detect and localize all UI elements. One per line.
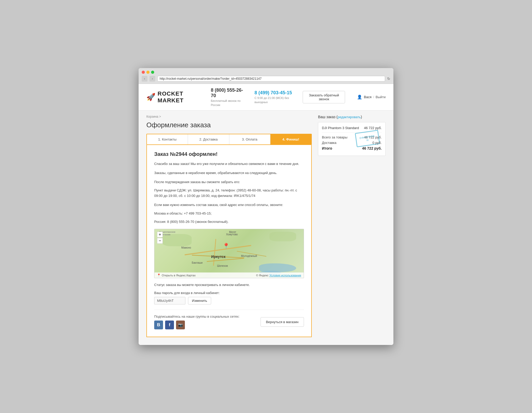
password-row: Изменить [154,297,304,304]
logout-link[interactable]: Выйти [376,95,386,99]
order-text-6: Москва и область: +7 499 703-45-15; [154,211,304,216]
map-label-homutovo: Хомутово [226,233,238,236]
minimize-dot[interactable] [146,71,150,74]
map-label-irkutsk: Иркутск [211,255,225,259]
back-to-shop-button[interactable]: Вернуться в магазин [261,317,304,327]
username: Вася [364,95,371,99]
order-text-block-4: Если вам нужно изменить состав заказа, с… [154,202,304,225]
total-goods-row: Всего за товары 46 722 руб. ОФОРМЛЕН [322,135,382,139]
phone-block-paid: 8 (499) 703-45-15 С 9:00 до 21:00 (МСК) … [255,90,295,104]
close-dot[interactable] [142,71,145,74]
forward-button[interactable]: › [150,76,155,82]
delivery-label: Доставка [322,141,336,145]
order-text-2: Заказы, сделанные в нерабочее время, обр… [154,170,304,176]
change-password-button[interactable]: Изменить [188,297,211,304]
password-field[interactable] [154,297,185,304]
step-2[interactable]: 2. Доставка [188,134,229,144]
separator: / [373,95,374,99]
order-confirmed-title: Заказ №2944 оформлен! [154,151,304,157]
map-label-molod: Молодёжный [241,255,257,257]
phone-number-free: 8 (800) 555-26-70 [211,88,244,98]
reload-button[interactable]: ↻ [387,77,390,81]
order-totals: Всего за товары 46 722 руб. ОФОРМЛЕН Дос… [322,135,382,150]
map-background: Иркутск Хомутово Мамоно Молодёжный Бакла… [154,229,304,278]
status-text: Статус заказа вы можете просматривать в … [154,282,304,288]
step-1[interactable]: 1. Контакты [147,134,188,144]
total-value: 46 722 руб. [362,146,382,150]
phone-number-paid: 8 (499) 703-45-15 [255,90,295,96]
order-text-block-2: Заказы, сделанные в нерабочее время, обр… [154,170,304,176]
delivery-value: 0 руб. [372,141,382,145]
password-label: Ваш пароль для входа в личный кабинет: [154,291,304,295]
back-button[interactable]: ‹ [142,76,147,82]
map-conditions-link[interactable]: Условия использования [269,274,301,277]
instagram-icon[interactable]: 📷 [176,321,185,329]
map-label-mamono: Мамоно [181,246,191,249]
step-4[interactable]: 4. Финиш! [270,134,311,144]
breadcrumb-link[interactable]: Корзина [146,115,158,118]
steps-bar: 1. Контакты 2. Доставка 3. Оплата 4. Фин… [146,134,312,145]
map-label-baklashi: Баклаши [192,261,203,264]
total-label: Итого [322,146,332,150]
map-yandex-credit: © Яндекс Условия использования [256,274,301,277]
breadcrumb: Корзина > [146,115,312,118]
map-open-link[interactable]: 📍 Открыть в Яндекс.Картах [157,274,196,277]
card-footer: Подписывайтесь на наши группы в социальн… [154,310,304,329]
map-pin-icon: 📍 [157,274,161,277]
order-card: Заказ №2944 оформлен! Спасибо за ваш зак… [146,145,312,337]
url-bar[interactable] [157,76,385,82]
social-block: Подписывайтесь на наши группы в социальн… [154,315,239,329]
order-text-1: Спасибо за ваш заказ! Мы его уже получил… [154,161,304,167]
order-text-5: Если вам нужно изменить состав заказа, с… [154,202,304,208]
map-label-meget: Мегет [229,231,236,234]
edit-order-link[interactable]: редактировать [338,115,361,119]
map-container[interactable]: Иркутск Хомутово Мамоно Молодёжный Бакла… [154,229,304,278]
order-text-7: Россия: 8 (800) 555-26-70 (звонок беспла… [154,219,304,225]
social-label: Подписывайтесь на наши группы в социальн… [154,315,239,318]
map-zoom-in[interactable]: + [157,232,163,237]
rocket-icon: 🚀 [146,93,155,101]
social-icons: В f 📷 [154,321,239,329]
phone-block-free: 8 (800) 555-26-70 Бесплатный звонок по Р… [211,88,244,107]
user-area: 👤 Вася / Выйти [357,95,386,99]
vk-icon[interactable]: В [154,321,163,329]
logo[interactable]: 🚀 ROCKET MARKET [146,90,200,104]
order-text-4: Пункт выдачи СДЭК: ул. Ширямова, д. 24, … [154,188,304,199]
user-icon: 👤 [357,95,362,99]
map-open-text: Открыть в Яндекс.Картах [162,274,196,277]
callback-button[interactable]: Заказать обратный звонок [303,91,345,103]
total-goods-label: Всего за товары [322,135,347,139]
sidebar: Ваш заказ (редактировать) DJI Phantom 3 … [318,115,386,337]
order-text-3: После подтверждения заказа вы сможете за… [154,179,304,185]
order-item-name: DJI Phantom 3 Standard [322,126,364,130]
phone-desc-free: Бесплатный звонок по России [211,99,241,106]
order-item-price: 46 722 руб. [364,126,382,130]
page-title: Оформление заказа [146,121,312,129]
order-text-block-3: После подтверждения заказа вы сможете за… [154,179,304,199]
facebook-icon[interactable]: f [165,321,174,329]
order-summary-title: Ваш заказ (редактировать) [318,115,386,119]
step-3[interactable]: 3. Оплата [229,134,270,144]
order-text-block-1: Спасибо за ваш заказ! Мы его уже получил… [154,161,304,167]
logo-text: ROCKET MARKET [158,90,200,104]
map-zoom-out[interactable]: − [157,238,163,244]
total-delivery-row: Доставка 0 руб. [322,141,382,145]
total-goods-value: 46 722 руб. [364,135,382,139]
map-footer: 📍 Открыть в Яндекс.Картах © Яндекс Услов… [154,272,304,278]
map-label-shelehov: Шелехов [217,264,228,267]
phone-desc-paid: С 9:00 до 21:00 (МСК) без выходных [255,96,289,104]
order-item-row: DJI Phantom 3 Standard 46 722 руб. [322,126,382,133]
maximize-dot[interactable] [151,71,154,74]
order-summary-box: DJI Phantom 3 Standard 46 722 руб. Всего… [318,122,386,156]
map-zoom-controls: + − [157,232,163,244]
total-final-row: Итого 46 722 руб. [322,146,382,150]
map-pin: 📍 [223,243,230,250]
